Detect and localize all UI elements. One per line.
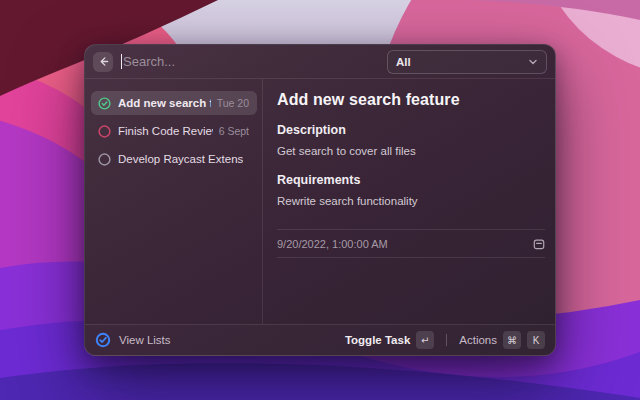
filter-dropdown-value: All	[396, 56, 528, 68]
task-row-develop-raycast-extension[interactable]: Develop Raycast Extension	[91, 147, 257, 171]
chevron-down-icon	[528, 57, 538, 67]
todo-list-extension-icon	[95, 332, 111, 348]
section-body-description: Get search to cover all files	[277, 145, 545, 157]
text-cursor	[121, 54, 122, 69]
section-heading-description: Description	[277, 123, 545, 137]
window-content: Add new search feature Tue 20 Finish Cod…	[85, 79, 555, 324]
section-heading-requirements: Requirements	[277, 173, 545, 187]
due-date-value: 9/20/2022, 1:00:00 AM	[277, 238, 388, 250]
window-header: All	[85, 45, 555, 79]
task-title: Add new search feature	[118, 97, 211, 109]
footer-separator	[446, 334, 447, 346]
task-list: Add new search feature Tue 20 Finish Cod…	[85, 79, 263, 324]
back-button[interactable]	[93, 52, 113, 72]
task-row-add-new-search-feature[interactable]: Add new search feature Tue 20	[91, 91, 257, 115]
arrow-left-icon	[98, 56, 109, 67]
due-date-row: 9/20/2022, 1:00:00 AM	[277, 230, 545, 258]
toggle-task-button[interactable]: Toggle Task	[345, 334, 410, 346]
task-title: Finish Code Reviews	[118, 125, 213, 137]
return-key-badge: ↵	[416, 331, 434, 349]
task-detail: Add new search feature Description Get s…	[263, 79, 555, 324]
task-open-icon	[98, 153, 111, 166]
task-title: Develop Raycast Extension	[118, 153, 243, 165]
actions-button[interactable]: Actions	[459, 334, 497, 346]
section-body-requirements: Rewrite search functionality	[277, 195, 545, 207]
task-date: Tue 20	[217, 97, 249, 109]
filter-dropdown[interactable]: All	[387, 50, 547, 74]
task-done-icon	[98, 97, 111, 110]
detail-title: Add new search feature	[277, 91, 545, 109]
task-open-red-icon	[98, 125, 111, 138]
action-bar: View Lists Toggle Task ↵ Actions ⌘ K	[85, 324, 555, 355]
k-key-badge: K	[527, 331, 545, 349]
task-row-finish-code-reviews[interactable]: Finish Code Reviews 6 Sept	[91, 119, 257, 143]
raycast-window: All Add new search feature Tue 20	[84, 44, 556, 356]
command-key-badge: ⌘	[503, 331, 521, 349]
calendar-icon	[533, 238, 545, 250]
task-date: 6 Sept	[219, 125, 249, 137]
footer-command-label: View Lists	[119, 334, 171, 346]
search-input[interactable]	[123, 54, 387, 69]
